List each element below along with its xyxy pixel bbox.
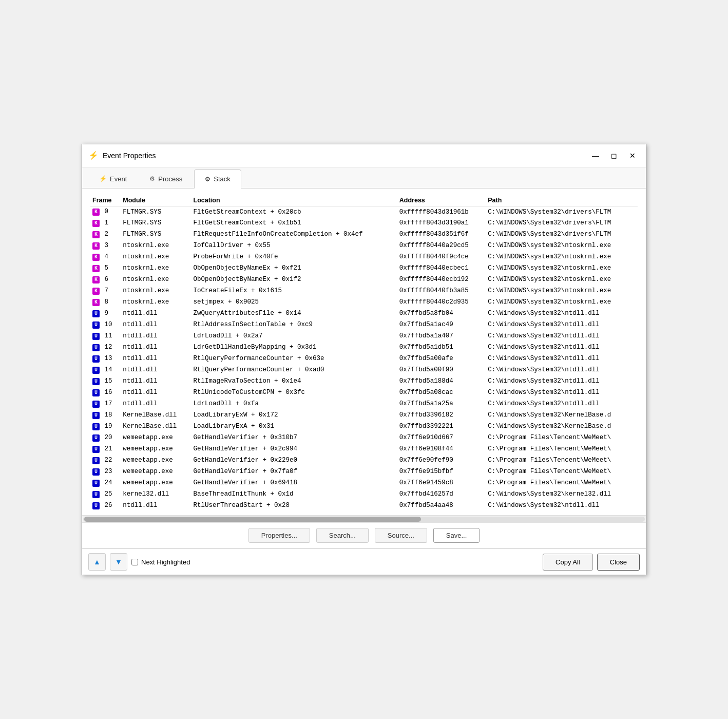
cell-module: ntdll.dll [121,500,191,511]
cell-path: C:\Windows\System32\ntdll.dll [486,342,638,353]
minimize-button[interactable]: — [588,148,603,163]
cell-path: C:\WINDOWS\system32\ntoskrnl.exe [486,285,638,296]
table-row: U 25 kernel32.dll BaseThreadInitThunk + … [90,488,638,500]
cell-address: 0x7ffbd5a8fb04 [397,308,486,319]
frame-badge: U [92,468,100,476]
cell-module: FLTMGR.SYS [121,206,191,217]
cell-module: wemeetapp.exe [121,432,191,443]
cell-frame: K 3 [90,240,121,251]
cell-address: 0x7ffbd5a4aa48 [397,500,486,511]
cell-frame: K 7 [90,285,121,296]
cell-location: GetHandleVerifier + 0x229e0 [191,455,397,466]
next-highlighted-button[interactable]: ▼ [110,553,127,571]
cell-location: LoadLibraryExW + 0x172 [191,409,397,421]
cell-address: 0x7ffbd5a00afe [397,353,486,364]
tab-stack-label: Stack [214,175,231,183]
close-title-button[interactable]: ✕ [625,148,640,163]
cell-module: FLTMGR.SYS [121,229,191,240]
cell-path: C:\Program Files\Tencent\WeMeet\ [486,477,638,488]
cell-location: RtlQueryPerformanceCounter + 0x63e [191,353,397,364]
scrollbar-track[interactable] [83,517,645,522]
table-row: U 15 ntdll.dll RtlImageRvaToSection + 0x… [90,375,638,387]
cell-path: C:\WINDOWS\System32\drivers\FLTM [486,206,638,217]
cell-frame: K 6 [90,274,121,285]
frame-badge: U [92,446,100,453]
arrow-down-icon: ▼ [115,558,122,566]
search-button[interactable]: Search... [316,528,369,543]
table-row: K 1 FLTMGR.SYS FltGetStreamContext + 0x1… [90,217,638,229]
table-row: U 10 ntdll.dll RtlAddressInSectionTable … [90,319,638,330]
maximize-button[interactable]: ◻ [607,148,621,163]
tab-event[interactable]: ⚡ Event [88,169,138,188]
window-icon: ⚡ [88,150,99,160]
cell-frame: U 16 [90,387,121,398]
next-highlighted-label[interactable]: Next Highlighted [131,558,190,566]
tab-bar: ⚡ Event ⚙ Process ⚙ Stack [82,167,646,188]
cell-address: 0x7ff6e915bfbf [397,466,486,477]
process-tab-icon: ⚙ [149,175,155,182]
tab-stack[interactable]: ⚙ Stack [194,169,241,188]
properties-button[interactable]: Properties... [248,528,310,543]
cell-frame: U 19 [90,421,121,432]
frame-badge: U [92,344,100,351]
cell-address: 0xfffff8043d351f6f [397,229,486,240]
cell-location: LdrLoadDll + 0xfa [191,398,397,409]
cell-location: ObOpenObjectByNameEx + 0x1f2 [191,274,397,285]
cell-path: C:\WINDOWS\system32\ntoskrnl.exe [486,262,638,274]
cell-module: ntdll.dll [121,398,191,409]
event-properties-window: ⚡ Event Properties — ◻ ✕ ⚡ Event ⚙ Proce… [82,144,646,576]
cell-location: ZwQueryAttributesFile + 0x14 [191,308,397,319]
cell-address: 0x7ffbd3392221 [397,421,486,432]
horizontal-scrollbar[interactable] [82,515,646,522]
cell-frame: K 2 [90,229,121,240]
cell-frame: U 14 [90,364,121,375]
cell-address: 0x7ffbd5a1db51 [397,342,486,353]
cell-location: LdrLoadDll + 0x2a7 [191,330,397,342]
content-area: Frame Module Location Address Path K 0 F… [82,188,646,548]
cell-location: ObOpenObjectByNameEx + 0xf21 [191,262,397,274]
cell-path: C:\Program Files\Tencent\WeMeet\ [486,443,638,455]
cell-address: 0x7ffbd5a1a25a [397,398,486,409]
cell-location: FltRequestFileInfoOnCreateCompletion + 0… [191,229,397,240]
stack-table: Frame Module Location Address Path K 0 F… [90,195,638,512]
tab-process[interactable]: ⚙ Process [139,169,193,188]
cell-frame: U 18 [90,409,121,421]
frame-badge: U [92,333,100,340]
cell-path: C:\Windows\System32\ntdll.dll [486,500,638,511]
cell-address: 0xfffff80440c2d935 [397,296,486,308]
frame-badge: K [92,299,100,306]
copy-all-button[interactable]: Copy All [543,554,593,571]
cell-frame: U 12 [90,342,121,353]
table-row: U 16 ntdll.dll RtlUnicodeToCustomCPN + 0… [90,387,638,398]
scrollbar-thumb[interactable] [84,517,421,522]
stack-tab-icon: ⚙ [205,176,210,183]
close-button[interactable]: Close [597,554,640,571]
cell-location: GetHandleVerifier + 0x2c994 [191,443,397,455]
frame-badge: K [92,220,100,227]
cell-address: 0x7ffbd5a00f90 [397,364,486,375]
cell-path: C:\Program Files\Tencent\WeMeet\ [486,455,638,466]
next-highlighted-checkbox[interactable] [131,559,138,565]
title-bar: ⚡ Event Properties — ◻ ✕ [82,144,646,167]
cell-path: C:\Windows\System32\ntdll.dll [486,308,638,319]
cell-module: ntdll.dll [121,319,191,330]
table-row: U 18 KernelBase.dll LoadLibraryExW + 0x1… [90,409,638,421]
cell-path: C:\Windows\System32\ntdll.dll [486,387,638,398]
cell-frame: U 13 [90,353,121,364]
cell-location: IofCallDriver + 0x55 [191,240,397,251]
save-button[interactable]: Save... [433,528,480,543]
cell-address: 0xfffff8043d31961b [397,206,486,217]
cell-frame: K 0 [90,206,121,217]
cell-frame: U 17 [90,398,121,409]
stack-table-container[interactable]: Frame Module Location Address Path K 0 F… [82,188,646,516]
prev-highlighted-button[interactable]: ▲ [88,553,106,571]
table-row: U 22 wemeetapp.exe GetHandleVerifier + 0… [90,455,638,466]
arrow-up-icon: ▲ [93,558,101,566]
title-bar-controls: — ◻ ✕ [588,148,640,163]
cell-location: ProbeForWrite + 0x40fe [191,251,397,262]
cell-module: ntoskrnl.exe [121,274,191,285]
cell-address: 0xfffff80440ecbec1 [397,262,486,274]
source-button[interactable]: Source... [375,528,427,543]
cell-module: ntdll.dll [121,342,191,353]
bottom-action-buttons: Properties... Search... Source... Save..… [82,522,646,548]
